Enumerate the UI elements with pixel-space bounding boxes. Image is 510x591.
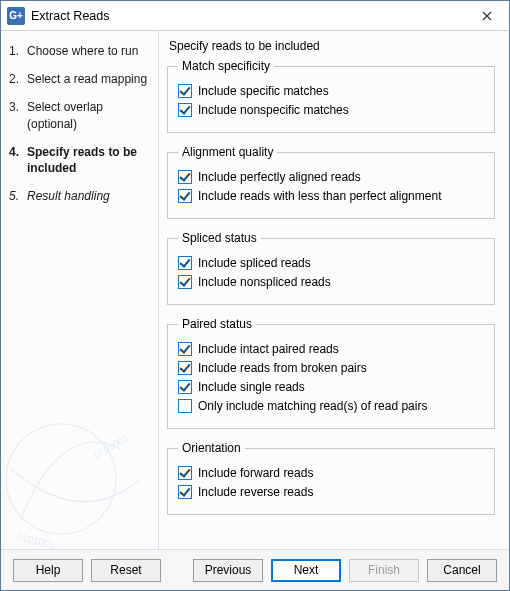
checkbox-label: Include reverse reads [198, 485, 313, 499]
checkbox-label: Include specific matches [198, 84, 329, 98]
checkbox-label: Include intact paired reads [198, 342, 339, 356]
group-orientation: Orientation Include forward reads Includ… [167, 441, 495, 515]
checkbox-label: Include forward reads [198, 466, 313, 480]
option-include-forward[interactable]: Include forward reads [178, 466, 484, 480]
option-include-intact-paired[interactable]: Include intact paired reads [178, 342, 484, 356]
option-include-reverse[interactable]: Include reverse reads [178, 485, 484, 499]
previous-button[interactable]: Previous [193, 559, 263, 582]
group-match-specificity: Match specificity Include specific match… [167, 59, 495, 133]
wizard-step-1[interactable]: 1. Choose where to run [9, 43, 150, 59]
wizard-sidebar: 1. Choose where to run 2. Select a read … [1, 31, 159, 549]
titlebar: G+ Extract Reads [1, 1, 509, 31]
checkbox-icon[interactable] [178, 256, 192, 270]
close-button[interactable] [465, 1, 509, 31]
option-include-nonspecific-matches[interactable]: Include nonspecific matches [178, 103, 484, 117]
wizard-step-label: Choose where to run [27, 43, 138, 59]
panel-heading: Specify reads to be included [169, 39, 495, 53]
checkbox-label: Include reads from broken pairs [198, 361, 367, 375]
dialog-body: 1. Choose where to run 2. Select a read … [1, 31, 509, 549]
main-panel: Specify reads to be included Match speci… [159, 31, 509, 549]
group-legend: Spliced status [178, 231, 261, 245]
cancel-button[interactable]: Cancel [427, 559, 497, 582]
group-paired-status: Paired status Include intact paired read… [167, 317, 495, 429]
group-spliced-status: Spliced status Include spliced reads Inc… [167, 231, 495, 305]
wizard-step-4[interactable]: 4. Specify reads to be included [9, 144, 150, 176]
group-alignment-quality: Alignment quality Include perfectly alig… [167, 145, 495, 219]
group-legend: Alignment quality [178, 145, 277, 159]
close-icon [482, 11, 492, 21]
checkbox-icon[interactable] [178, 466, 192, 480]
wizard-step-2[interactable]: 2. Select a read mapping [9, 71, 150, 87]
checkbox-label: Include nonspecific matches [198, 103, 349, 117]
button-bar: Help Reset Previous Next Finish Cancel [1, 549, 509, 590]
finish-button: Finish [349, 559, 419, 582]
checkbox-icon[interactable] [178, 380, 192, 394]
wizard-step-num: 2. [9, 71, 27, 87]
option-include-specific-matches[interactable]: Include specific matches [178, 84, 484, 98]
option-include-less-than-perfect[interactable]: Include reads with less than perfect ali… [178, 189, 484, 203]
checkbox-icon[interactable] [178, 84, 192, 98]
watermark-icon: 0101001 0101001 [1, 389, 159, 549]
svg-point-0 [6, 424, 116, 534]
option-include-broken-pairs[interactable]: Include reads from broken pairs [178, 361, 484, 375]
next-button[interactable]: Next [271, 559, 341, 582]
wizard-step-num: 4. [9, 144, 27, 176]
option-include-spliced[interactable]: Include spliced reads [178, 256, 484, 270]
checkbox-icon[interactable] [178, 361, 192, 375]
checkbox-icon[interactable] [178, 399, 192, 413]
wizard-step-num: 3. [9, 99, 27, 131]
checkbox-label: Include single reads [198, 380, 305, 394]
window-title: Extract Reads [31, 9, 465, 23]
checkbox-label: Include perfectly aligned reads [198, 170, 361, 184]
app-icon: G+ [7, 7, 25, 25]
group-legend: Orientation [178, 441, 245, 455]
wizard-step-num: 5. [9, 188, 27, 204]
option-include-single-reads[interactable]: Include single reads [178, 380, 484, 394]
checkbox-label: Include reads with less than perfect ali… [198, 189, 441, 203]
checkbox-label: Include spliced reads [198, 256, 311, 270]
group-legend: Paired status [178, 317, 256, 331]
wizard-step-label: Specify reads to be included [27, 144, 150, 176]
checkbox-icon[interactable] [178, 189, 192, 203]
wizard-step-3[interactable]: 3. Select overlap (optional) [9, 99, 150, 131]
checkbox-label: Include nonspliced reads [198, 275, 331, 289]
checkbox-icon[interactable] [178, 275, 192, 289]
wizard-step-num: 1. [9, 43, 27, 59]
checkbox-label: Only include matching read(s) of read pa… [198, 399, 427, 413]
checkbox-icon[interactable] [178, 103, 192, 117]
wizard-step-label: Result handling [27, 188, 110, 204]
reset-button[interactable]: Reset [91, 559, 161, 582]
checkbox-icon[interactable] [178, 170, 192, 184]
checkbox-icon[interactable] [178, 485, 192, 499]
group-legend: Match specificity [178, 59, 274, 73]
help-button[interactable]: Help [13, 559, 83, 582]
option-include-nonspliced[interactable]: Include nonspliced reads [178, 275, 484, 289]
wizard-step-label: Select a read mapping [27, 71, 147, 87]
checkbox-icon[interactable] [178, 342, 192, 356]
option-only-matching-read-pairs[interactable]: Only include matching read(s) of read pa… [178, 399, 484, 413]
wizard-step-5[interactable]: 5. Result handling [9, 188, 150, 204]
option-include-perfectly-aligned[interactable]: Include perfectly aligned reads [178, 170, 484, 184]
wizard-step-label: Select overlap (optional) [27, 99, 150, 131]
